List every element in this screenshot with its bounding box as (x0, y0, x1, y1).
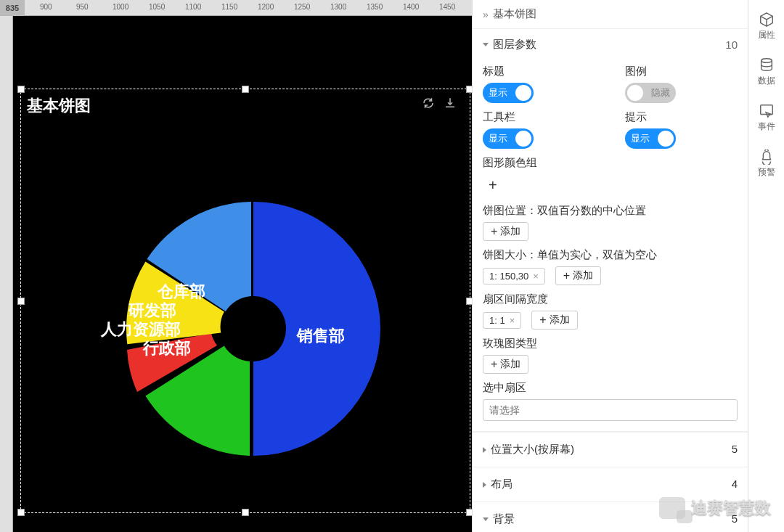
add-color-group-button[interactable]: + (483, 174, 738, 197)
chevron-right-icon (483, 447, 486, 453)
toggle-title[interactable]: 显示 (483, 83, 534, 103)
prop-color-group-label: 图形颜色组 (483, 156, 738, 170)
slice-label-rd: 研发部 (128, 300, 176, 322)
design-canvas[interactable]: 835 900 950 1000 1050 1100 1150 1200 125… (0, 0, 472, 532)
selected-sector-select[interactable] (483, 399, 738, 421)
prop-pie-size-label: 饼图大小：单值为实心，双值为空心 (483, 248, 738, 262)
section-layout[interactable]: 布局 4 (473, 467, 748, 502)
slice-label-hr: 人力资源部 (101, 319, 181, 340)
database-icon (759, 57, 775, 73)
chart-selection[interactable]: 基本饼图 (20, 89, 470, 513)
prop-legend-label: 图例 (625, 65, 738, 78)
resize-handle-se[interactable] (466, 509, 472, 516)
properties-panel: » 基本饼图 图层参数 10 标题 显示 图例 隐藏 工具栏 显示 (472, 0, 748, 532)
prop-toolbar-label: 工具栏 (483, 110, 596, 124)
cursor-icon (759, 103, 775, 119)
prop-pie-position-label: 饼图位置：双值百分数的中心位置 (483, 204, 738, 218)
resize-handle-sw[interactable] (17, 509, 25, 516)
ruler-vertical (0, 16, 13, 532)
add-gap-width-button[interactable]: +添加 (531, 311, 577, 330)
section-position-size[interactable]: 位置大小(按屏幕) 5 (473, 432, 748, 467)
prop-tooltip-label: 提示 (625, 110, 738, 124)
section-layer-params[interactable]: 图层参数 10 (473, 29, 748, 60)
prop-title-label: 标题 (483, 65, 596, 78)
chevron-right-icon (483, 482, 486, 488)
right-sidebar: 属性 数据 事件 预警 (748, 0, 784, 532)
resize-handle-nw[interactable] (17, 86, 25, 93)
ruler-coord: 835 (0, 0, 25, 16)
section-background[interactable]: 背景 5 (473, 502, 748, 532)
remove-tag-icon[interactable]: × (533, 271, 539, 282)
double-chevron-right-icon: » (483, 9, 489, 20)
resize-handle-ne[interactable] (466, 86, 472, 93)
toggle-tooltip[interactable]: 显示 (625, 128, 676, 149)
sidebar-tab-alert[interactable]: 预警 (748, 143, 784, 184)
chevron-down-icon (483, 517, 489, 521)
pie-chart[interactable]: 销售部 行政部 人力资源部 研发部 仓库部 (108, 184, 399, 474)
cube-icon (759, 12, 775, 28)
sidebar-tab-attributes[interactable]: 属性 (748, 6, 784, 47)
resize-handle-w[interactable] (17, 298, 25, 305)
refresh-icon[interactable] (422, 97, 435, 112)
gap-width-tag[interactable]: 1: 1× (483, 312, 521, 329)
remove-tag-icon[interactable]: × (510, 315, 515, 326)
add-pie-position-button[interactable]: +添加 (483, 222, 528, 241)
panel-header[interactable]: » 基本饼图 (473, 0, 748, 29)
toggle-legend[interactable]: 隐藏 (625, 83, 676, 103)
resize-handle-e[interactable] (466, 298, 472, 305)
chevron-down-icon (483, 43, 489, 46)
prop-gap-width-label: 扇区间隔宽度 (483, 292, 738, 306)
svg-point-1 (761, 59, 772, 63)
bell-icon (759, 149, 775, 165)
sidebar-tab-data[interactable]: 数据 (748, 52, 784, 93)
toggle-toolbar[interactable]: 显示 (483, 128, 534, 149)
sidebar-tab-event[interactable]: 事件 (748, 97, 784, 139)
ruler-horizontal: 835 900 950 1000 1050 1100 1150 1200 125… (0, 0, 472, 16)
slice-label-sales: 销售部 (297, 325, 345, 347)
slice-label-admin: 行政部 (143, 337, 191, 359)
panel-title: 基本饼图 (493, 7, 536, 21)
resize-handle-s[interactable] (242, 509, 249, 516)
add-pie-size-button[interactable]: +添加 (555, 266, 601, 285)
prop-rose-type-label: 玫瑰图类型 (483, 337, 738, 351)
svg-point-0 (223, 298, 284, 359)
add-rose-type-button[interactable]: +添加 (483, 355, 528, 374)
pie-size-tag[interactable]: 1: 150,30× (483, 268, 545, 285)
prop-selected-sector-label: 选中扇区 (483, 381, 738, 395)
resize-handle-n[interactable] (242, 86, 249, 93)
slice-label-wh: 仓库部 (158, 281, 205, 303)
download-icon[interactable] (444, 97, 457, 112)
chart-title: 基本饼图 (27, 95, 91, 117)
